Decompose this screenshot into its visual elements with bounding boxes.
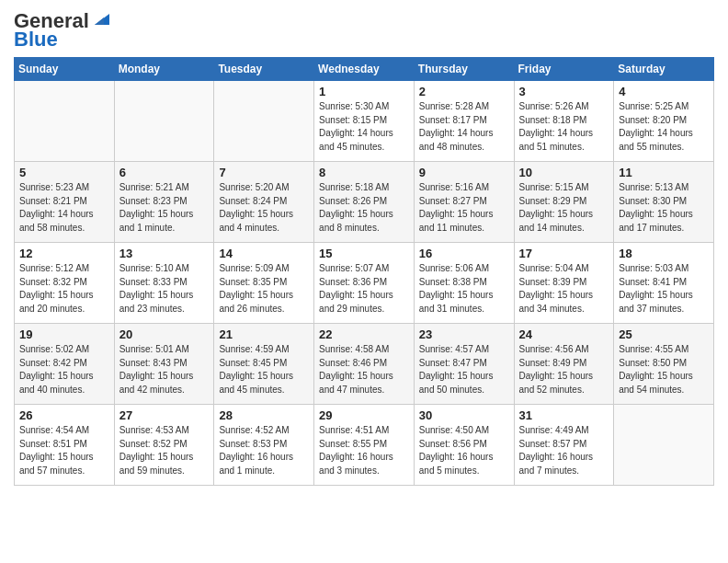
calendar-cell [114,81,214,162]
day-info: Sunrise: 5:01 AMSunset: 8:43 PMDaylight:… [119,343,210,396]
calendar-cell: 24Sunrise: 4:56 AMSunset: 8:49 PMDayligh… [514,324,614,405]
day-number: 28 [219,408,309,422]
calendar-cell: 16Sunrise: 5:06 AMSunset: 8:38 PMDayligh… [414,243,514,324]
calendar-cell: 3Sunrise: 5:26 AMSunset: 8:18 PMDaylight… [514,81,614,162]
day-info: Sunrise: 5:04 AMSunset: 8:39 PMDaylight:… [519,262,609,316]
day-number: 29 [319,408,409,422]
calendar-cell: 7Sunrise: 5:20 AMSunset: 8:24 PMDaylight… [214,162,314,243]
day-info: Sunrise: 4:55 AMSunset: 8:50 PMDaylight:… [619,343,709,396]
calendar-week-row: 5Sunrise: 5:23 AMSunset: 8:21 PMDaylight… [15,162,714,243]
calendar-cell: 5Sunrise: 5:23 AMSunset: 8:21 PMDaylight… [15,162,115,243]
header: General Blue [14,9,714,52]
svg-marker-1 [95,17,104,25]
calendar-week-row: 19Sunrise: 5:02 AMSunset: 8:42 PMDayligh… [15,324,714,405]
day-info: Sunrise: 5:16 AMSunset: 8:27 PMDaylight:… [419,181,509,235]
day-number: 22 [319,327,409,341]
day-number: 30 [419,408,509,422]
day-number: 13 [119,247,210,260]
day-info: Sunrise: 5:15 AMSunset: 8:29 PMDaylight:… [519,181,609,235]
day-number: 8 [319,166,409,179]
day-number: 2 [419,85,509,98]
calendar-cell: 20Sunrise: 5:01 AMSunset: 8:43 PMDayligh… [114,324,214,405]
calendar-cell: 9Sunrise: 5:16 AMSunset: 8:27 PMDaylight… [414,162,514,243]
calendar-cell: 14Sunrise: 5:09 AMSunset: 8:35 PMDayligh… [214,243,314,324]
calendar-week-row: 26Sunrise: 4:54 AMSunset: 8:51 PMDayligh… [15,405,714,486]
day-info: Sunrise: 5:25 AMSunset: 8:20 PMDaylight:… [619,100,709,154]
calendar-cell: 21Sunrise: 4:59 AMSunset: 8:45 PMDayligh… [214,324,314,405]
calendar-header-row: SundayMondayTuesdayWednesdayThursdayFrid… [15,58,714,81]
day-number: 3 [519,85,609,98]
day-number: 4 [619,85,709,98]
calendar-cell: 31Sunrise: 4:49 AMSunset: 8:57 PMDayligh… [514,405,614,486]
day-number: 20 [119,327,210,341]
day-info: Sunrise: 4:57 AMSunset: 8:47 PMDaylight:… [419,343,509,396]
day-info: Sunrise: 5:28 AMSunset: 8:17 PMDaylight:… [419,100,509,154]
calendar-cell: 28Sunrise: 4:52 AMSunset: 8:53 PMDayligh… [214,405,314,486]
day-info: Sunrise: 5:12 AMSunset: 8:32 PMDaylight:… [19,262,109,316]
day-number: 17 [519,247,609,260]
calendar-cell: 30Sunrise: 4:50 AMSunset: 8:56 PMDayligh… [414,405,514,486]
calendar-cell: 25Sunrise: 4:55 AMSunset: 8:50 PMDayligh… [614,324,714,405]
calendar-cell: 4Sunrise: 5:25 AMSunset: 8:20 PMDaylight… [614,81,714,162]
day-number: 11 [619,166,709,179]
calendar-cell: 18Sunrise: 5:03 AMSunset: 8:41 PMDayligh… [614,243,714,324]
day-info: Sunrise: 5:21 AMSunset: 8:23 PMDaylight:… [119,181,210,235]
calendar-cell: 6Sunrise: 5:21 AMSunset: 8:23 PMDaylight… [114,162,214,243]
day-info: Sunrise: 5:02 AMSunset: 8:42 PMDaylight:… [19,343,109,396]
calendar-cell: 17Sunrise: 5:04 AMSunset: 8:39 PMDayligh… [514,243,614,324]
column-header-friday: Friday [514,58,614,81]
calendar-cell: 2Sunrise: 5:28 AMSunset: 8:17 PMDaylight… [414,81,514,162]
calendar-cell: 8Sunrise: 5:18 AMSunset: 8:26 PMDaylight… [314,162,415,243]
calendar-cell: 10Sunrise: 5:15 AMSunset: 8:29 PMDayligh… [514,162,614,243]
calendar-table: SundayMondayTuesdayWednesdayThursdayFrid… [14,57,714,486]
day-number: 10 [519,166,609,179]
day-number: 16 [419,247,509,260]
day-number: 9 [419,166,509,179]
day-number: 5 [19,166,109,179]
column-header-wednesday: Wednesday [314,58,415,81]
day-info: Sunrise: 4:56 AMSunset: 8:49 PMDaylight:… [519,343,609,396]
day-number: 31 [519,408,609,422]
calendar-cell: 13Sunrise: 5:10 AMSunset: 8:33 PMDayligh… [114,243,214,324]
day-info: Sunrise: 4:52 AMSunset: 8:53 PMDaylight:… [219,424,309,477]
day-number: 23 [419,327,509,341]
calendar-cell: 11Sunrise: 5:13 AMSunset: 8:30 PMDayligh… [614,162,714,243]
day-info: Sunrise: 5:06 AMSunset: 8:38 PMDaylight:… [419,262,509,316]
day-info: Sunrise: 5:20 AMSunset: 8:24 PMDaylight:… [219,181,309,235]
day-info: Sunrise: 5:03 AMSunset: 8:41 PMDaylight:… [619,262,709,316]
day-number: 25 [619,327,709,341]
calendar-cell [214,81,314,162]
day-info: Sunrise: 5:10 AMSunset: 8:33 PMDaylight:… [119,262,210,316]
day-number: 18 [619,247,709,260]
day-info: Sunrise: 5:13 AMSunset: 8:30 PMDaylight:… [619,181,709,235]
day-info: Sunrise: 4:51 AMSunset: 8:55 PMDaylight:… [319,424,409,477]
calendar-cell: 29Sunrise: 4:51 AMSunset: 8:55 PMDayligh… [314,405,415,486]
day-number: 1 [319,85,409,98]
day-number: 7 [219,166,309,179]
day-info: Sunrise: 5:23 AMSunset: 8:21 PMDaylight:… [19,181,109,235]
calendar-cell: 12Sunrise: 5:12 AMSunset: 8:32 PMDayligh… [15,243,115,324]
day-number: 24 [519,327,609,341]
calendar-cell: 27Sunrise: 4:53 AMSunset: 8:52 PMDayligh… [114,405,214,486]
day-number: 6 [119,166,210,179]
calendar-cell: 23Sunrise: 4:57 AMSunset: 8:47 PMDayligh… [414,324,514,405]
day-info: Sunrise: 4:59 AMSunset: 8:45 PMDaylight:… [219,343,309,396]
logo-blue: Blue [14,28,58,52]
calendar-week-row: 12Sunrise: 5:12 AMSunset: 8:32 PMDayligh… [15,243,714,324]
day-info: Sunrise: 5:30 AMSunset: 8:15 PMDaylight:… [319,100,409,154]
calendar-cell: 26Sunrise: 4:54 AMSunset: 8:51 PMDayligh… [15,405,115,486]
day-number: 14 [219,247,309,260]
day-info: Sunrise: 4:54 AMSunset: 8:51 PMDaylight:… [19,424,109,477]
calendar-cell: 22Sunrise: 4:58 AMSunset: 8:46 PMDayligh… [314,324,415,405]
day-info: Sunrise: 5:26 AMSunset: 8:18 PMDaylight:… [519,100,609,154]
day-info: Sunrise: 4:58 AMSunset: 8:46 PMDaylight:… [319,343,409,396]
column-header-monday: Monday [114,58,214,81]
day-number: 15 [319,247,409,260]
logo: General Blue [14,9,109,52]
day-info: Sunrise: 5:09 AMSunset: 8:35 PMDaylight:… [219,262,309,316]
calendar-cell: 19Sunrise: 5:02 AMSunset: 8:42 PMDayligh… [15,324,115,405]
day-number: 26 [19,408,109,422]
column-header-saturday: Saturday [614,58,714,81]
calendar-cell: 15Sunrise: 5:07 AMSunset: 8:36 PMDayligh… [314,243,415,324]
day-info: Sunrise: 4:53 AMSunset: 8:52 PMDaylight:… [119,424,210,477]
